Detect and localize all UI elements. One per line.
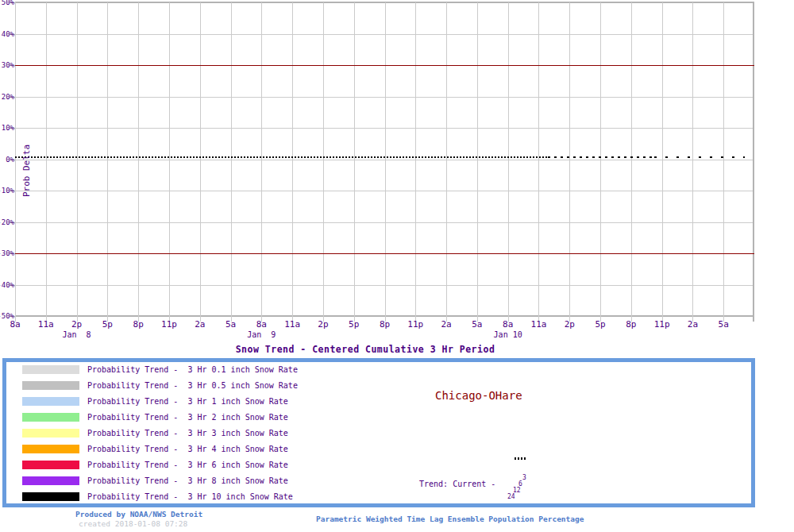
trend-current-label: Trend: Current - bbox=[419, 480, 495, 488]
x-tick-label: 11a bbox=[276, 320, 308, 330]
legend-swatch bbox=[22, 413, 79, 422]
legend-item-label: Probability Trend - 3 Hr 2 inch Snow Rat… bbox=[87, 413, 288, 422]
x-tick-label: 8a bbox=[492, 320, 524, 330]
legend-item-label: Probability Trend - 3 Hr 3 inch Snow Rat… bbox=[87, 429, 288, 438]
threshold-line bbox=[15, 65, 754, 66]
footer-description: Parametric Weighted Time Lag Ensemble Po… bbox=[316, 515, 584, 523]
x-tick-label: 2p bbox=[553, 320, 585, 330]
x-grid-line bbox=[662, 2, 663, 322]
y-tick-label: -40% bbox=[0, 281, 14, 289]
x-grid-line bbox=[169, 2, 170, 322]
x-grid-line bbox=[200, 2, 201, 322]
threshold-line bbox=[15, 253, 754, 254]
legend-swatch bbox=[22, 445, 79, 453]
zero-trend-line bbox=[15, 156, 548, 158]
legend-swatch bbox=[22, 397, 79, 406]
trend-dot bbox=[524, 457, 526, 460]
x-grid-line bbox=[385, 2, 386, 322]
y-tick-label: 0% bbox=[0, 156, 14, 164]
footer-created-timestamp: created 2018-01-08 07:28 bbox=[79, 519, 187, 528]
x-grid-line bbox=[15, 2, 16, 322]
x-grid-line bbox=[446, 2, 447, 322]
trend-dot bbox=[521, 457, 522, 460]
y-axis-title: Prob Delta bbox=[21, 145, 32, 197]
x-grid-line bbox=[692, 2, 693, 322]
y-tick-label: 20% bbox=[0, 93, 14, 101]
legend-swatch bbox=[22, 429, 79, 438]
trend-hour-24: 24 bbox=[507, 494, 515, 500]
x-grid-line bbox=[723, 2, 724, 322]
x-tick-label: 11p bbox=[153, 320, 185, 330]
x-grid-line bbox=[753, 2, 754, 322]
y-tick-label: -30% bbox=[0, 249, 14, 257]
x-tick-label: 8p bbox=[615, 320, 647, 330]
x-grid-line bbox=[261, 2, 262, 322]
legend-swatch bbox=[22, 492, 79, 501]
x-date-label: Jan 8 bbox=[53, 330, 101, 339]
legend-item-label: Probability Trend - 3 Hr 0.1 inch Snow R… bbox=[87, 365, 298, 374]
x-tick-label: 2p bbox=[307, 320, 339, 330]
legend-item-label: Probability Trend - 3 Hr 1 inch Snow Rat… bbox=[87, 397, 288, 406]
x-grid-line bbox=[600, 2, 601, 322]
x-grid-line bbox=[46, 2, 47, 322]
x-grid-line bbox=[323, 2, 324, 322]
legend-swatch bbox=[22, 381, 79, 390]
zero-trend-line bbox=[654, 156, 745, 158]
trend-hour-3: 3 bbox=[522, 475, 526, 481]
x-tick-label: 11a bbox=[30, 320, 62, 330]
y-tick-label: 30% bbox=[0, 61, 14, 69]
legend-box: Probability Trend - 3 Hr 0.1 inch Snow R… bbox=[2, 358, 755, 507]
x-grid-line bbox=[292, 2, 293, 322]
x-tick-label: 2a bbox=[430, 320, 462, 330]
x-tick-label: 2p bbox=[61, 320, 93, 330]
legend-swatch bbox=[22, 461, 79, 469]
x-tick-label: 5a bbox=[707, 320, 739, 330]
footer-produced-by: Produced by NOAA/NWS Detroit bbox=[75, 510, 202, 519]
trend-dot bbox=[515, 457, 516, 460]
x-grid-line bbox=[477, 2, 478, 322]
y-tick-label: 50% bbox=[0, 0, 14, 6]
x-tick-label: 2a bbox=[676, 320, 708, 330]
y-tick-label: 40% bbox=[0, 30, 14, 38]
x-grid-line bbox=[569, 2, 570, 322]
snow-trend-chart-image: 50%40%30%20%10%0%-10%-20%-30%-40%-50%8a1… bbox=[0, 0, 794, 532]
x-tick-label: 5p bbox=[338, 320, 370, 330]
x-grid-line bbox=[77, 2, 78, 322]
x-tick-label: 5p bbox=[584, 320, 616, 330]
trend-dot bbox=[518, 457, 519, 460]
x-grid-line bbox=[415, 2, 416, 322]
legend-item-label: Probability Trend - 3 Hr 0.5 inch Snow R… bbox=[87, 381, 298, 390]
x-tick-label: 8p bbox=[369, 320, 401, 330]
x-grid-line bbox=[631, 2, 632, 322]
x-grid-line bbox=[231, 2, 232, 322]
x-tick-label: 5a bbox=[461, 320, 493, 330]
legend-item-label: Probability Trend - 3 Hr 6 inch Snow Rat… bbox=[87, 461, 288, 469]
legend-item-label: Probability Trend - 3 Hr 8 inch Snow Rat… bbox=[87, 476, 288, 485]
x-grid-line bbox=[107, 2, 108, 322]
x-tick-label: 8a bbox=[245, 320, 277, 330]
legend-item-label: Probability Trend - 3 Hr 4 inch Snow Rat… bbox=[87, 445, 288, 453]
x-tick-label: 11p bbox=[399, 320, 431, 330]
x-date-label: Jan 9 bbox=[237, 330, 285, 339]
x-tick-label: 5p bbox=[91, 320, 123, 330]
x-tick-label: 5a bbox=[215, 320, 247, 330]
zero-trend-line bbox=[548, 156, 654, 158]
station-label: Chicago-OHare bbox=[435, 389, 522, 402]
y-tick-label: 10% bbox=[0, 124, 14, 132]
chart-title: Snow Trend - Centered Cumulative 3 Hr Pe… bbox=[0, 344, 730, 355]
y-tick-label: -10% bbox=[0, 187, 14, 195]
y-tick-label: -20% bbox=[0, 218, 14, 226]
legend-swatch bbox=[22, 476, 79, 485]
x-date-label: Jan 10 bbox=[484, 330, 532, 339]
legend-swatch bbox=[22, 365, 79, 374]
x-tick-label: 2a bbox=[184, 320, 216, 330]
x-grid-line bbox=[508, 2, 509, 322]
x-tick-label: 8p bbox=[122, 320, 154, 330]
x-grid-line bbox=[538, 2, 539, 322]
trend-dots bbox=[515, 457, 527, 461]
x-grid-line bbox=[138, 2, 139, 322]
x-tick-label: 8a bbox=[0, 320, 31, 330]
x-tick-label: 11a bbox=[522, 320, 554, 330]
x-grid-line bbox=[354, 2, 355, 322]
x-tick-label: 11p bbox=[646, 320, 678, 330]
